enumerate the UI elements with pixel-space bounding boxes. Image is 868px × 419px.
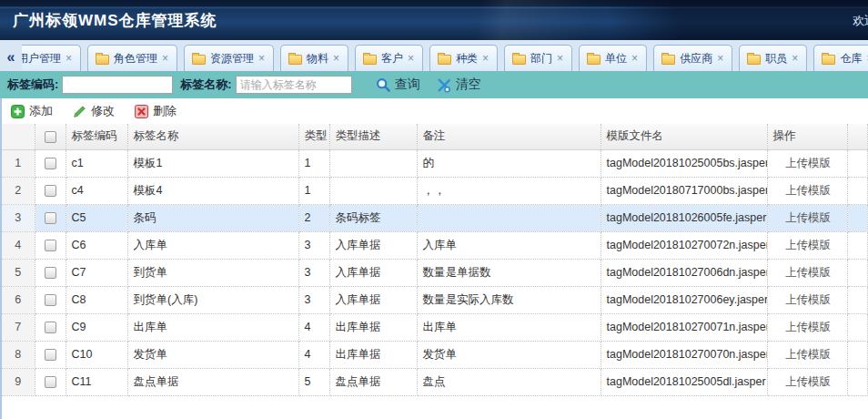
upload-template-link[interactable]: 上传模版: [785, 211, 831, 224]
code-cell: C9: [66, 313, 127, 341]
upload-template-link[interactable]: 上传模版: [785, 321, 831, 333]
row-checkbox[interactable]: [45, 322, 56, 333]
upload-template-link[interactable]: 上传模版: [785, 348, 831, 361]
close-icon[interactable]: ×: [332, 52, 340, 65]
rownum-cell: 5: [2, 259, 35, 286]
filler-cell: [847, 177, 868, 204]
edit-button[interactable]: 修改: [73, 103, 115, 119]
row-checkbox[interactable]: [45, 349, 56, 361]
row-checkbox[interactable]: [45, 294, 56, 306]
type-desc-cell: [329, 149, 417, 177]
delete-button-label: 删除: [153, 103, 177, 119]
file-cell: tagModel20181025005bs.jasper: [601, 149, 767, 177]
tab-scroll-left-button[interactable]: «: [0, 44, 22, 71]
close-icon[interactable]: ×: [631, 52, 639, 65]
tab-warehouse[interactable]: 仓库 ×: [813, 45, 868, 71]
close-icon[interactable]: ×: [161, 52, 169, 65]
close-icon[interactable]: ×: [257, 52, 266, 65]
col-op[interactable]: 操作: [767, 124, 847, 149]
file-cell: tagModel20181027006ey.jasper: [601, 286, 767, 313]
rownum-cell: 6: [2, 286, 35, 313]
code-cell: c1: [66, 149, 127, 177]
col-file[interactable]: 模版文件名: [601, 124, 767, 149]
select-all-checkbox[interactable]: [45, 131, 56, 143]
folder-icon: [363, 55, 377, 65]
row-checkbox[interactable]: [45, 212, 56, 224]
row-checkbox[interactable]: [45, 267, 56, 279]
rownum-cell: 4: [2, 231, 35, 259]
name-cell: 模板1: [127, 149, 298, 177]
type-cell: 5: [298, 368, 329, 395]
type-cell: 3: [298, 231, 329, 259]
tab-customer[interactable]: 客户 ×: [355, 45, 423, 71]
file-cell: tagModel201810270070n.jasper: [601, 341, 767, 368]
filler-cell: [847, 341, 868, 368]
col-code[interactable]: 标签编码: [66, 124, 127, 149]
upload-template-link[interactable]: 上传模版: [785, 293, 831, 306]
folder-icon: [438, 55, 451, 65]
upload-template-link[interactable]: 上传模版: [785, 184, 831, 197]
table-row[interactable]: 3 C5 条码 2 条码标签 tagModel20181026005fe.jas…: [2, 204, 868, 231]
table-row[interactable]: 2 c4 模板4 1 ，， tagModel20180717000bs.jasp…: [2, 177, 868, 204]
tab-category[interactable]: 种类 ×: [429, 45, 498, 71]
table-row[interactable]: 9 C11 盘点单据 5 盘点单据 盘点 tagModel20181025005…: [2, 368, 868, 395]
file-cell: tagModel20181025005dl.jasper: [601, 368, 767, 395]
close-icon[interactable]: ×: [791, 52, 799, 65]
tab-resource-management[interactable]: 资源管理 ×: [184, 45, 274, 71]
data-grid: 标签编码 标签名称 类型 类型描述 备注 模版文件名 操作 1 c1 模板1 1…: [2, 124, 868, 396]
add-button[interactable]: 添加: [11, 103, 53, 119]
remark-cell: 入库单: [417, 231, 601, 259]
tab-role-management[interactable]: 角色管理 ×: [87, 45, 177, 71]
col-type-desc[interactable]: 类型描述: [329, 124, 417, 149]
table-row[interactable]: 1 c1 模板1 1 的 tagModel20181025005bs.jaspe…: [2, 149, 868, 177]
tab-material[interactable]: 物料 ×: [280, 45, 348, 71]
upload-template-link[interactable]: 上传模版: [785, 375, 831, 388]
folder-icon: [288, 55, 302, 65]
upload-template-link[interactable]: 上传模版: [785, 157, 831, 169]
code-cell: C6: [66, 231, 127, 259]
app-title-bar: 广州标领WMS仓库管理系统 欢迎: [0, 0, 868, 40]
close-icon[interactable]: ×: [716, 52, 724, 65]
col-remark[interactable]: 备注: [417, 124, 601, 149]
table-row[interactable]: 4 C6 入库单 3 入库单据 入库单 tagModel201810270072…: [2, 231, 868, 259]
type-cell: 2: [298, 204, 329, 231]
close-icon[interactable]: ×: [65, 52, 73, 65]
table-row[interactable]: 5 C7 到货单 3 入库单据 数量是单据数 tagModel201810270…: [2, 259, 868, 286]
close-icon[interactable]: ×: [556, 52, 564, 65]
grid-toolbar: 添加 修改 删除: [2, 98, 868, 124]
clear-button[interactable]: 清空: [437, 77, 481, 93]
table-row[interactable]: 6 C8 到货单(入库) 3 入库单据 数量是实际入库数 tagModel201…: [2, 286, 868, 313]
file-cell: tagModel20181027006dn.jasper: [601, 259, 767, 286]
search-button[interactable]: 查询: [376, 77, 420, 93]
close-icon[interactable]: ×: [481, 52, 490, 65]
tab-user-management[interactable]: 用户管理 ×: [22, 45, 81, 71]
type-desc-cell: 入库单据: [329, 286, 417, 313]
upload-template-link[interactable]: 上传模版: [785, 239, 831, 251]
code-cell: C10: [66, 341, 127, 368]
tag-code-input[interactable]: [62, 76, 173, 94]
table-row[interactable]: 8 C10 发货单 4 出库单据 发货单 tagModel20181027007…: [2, 341, 868, 368]
close-icon[interactable]: ×: [407, 52, 415, 65]
col-name[interactable]: 标签名称: [127, 124, 298, 149]
row-checkbox[interactable]: [45, 185, 56, 197]
folder-icon: [747, 55, 761, 65]
tab-label: 物料: [307, 51, 328, 66]
tab-staff[interactable]: 职员 ×: [739, 45, 807, 71]
folder-icon: [822, 55, 835, 65]
delete-button[interactable]: 删除: [135, 103, 177, 119]
name-cell: 发货单: [127, 341, 298, 368]
row-checkbox[interactable]: [45, 376, 56, 388]
type-cell: 4: [298, 341, 329, 368]
filler-cell: [847, 313, 868, 341]
tab-label: 种类: [456, 51, 478, 66]
row-checkbox[interactable]: [45, 158, 56, 169]
tab-unit[interactable]: 单位 ×: [579, 45, 647, 71]
tag-name-input[interactable]: [236, 76, 352, 94]
col-type[interactable]: 类型: [298, 124, 329, 149]
type-desc-cell: 出库单据: [329, 313, 417, 341]
tab-department[interactable]: 部门 ×: [504, 45, 572, 71]
upload-template-link[interactable]: 上传模版: [785, 266, 831, 279]
row-checkbox[interactable]: [45, 240, 56, 251]
table-row[interactable]: 7 C9 出库单 4 出库单据 出库单 tagModel201810270071…: [2, 313, 868, 341]
tab-supplier[interactable]: 供应商 ×: [653, 45, 732, 71]
